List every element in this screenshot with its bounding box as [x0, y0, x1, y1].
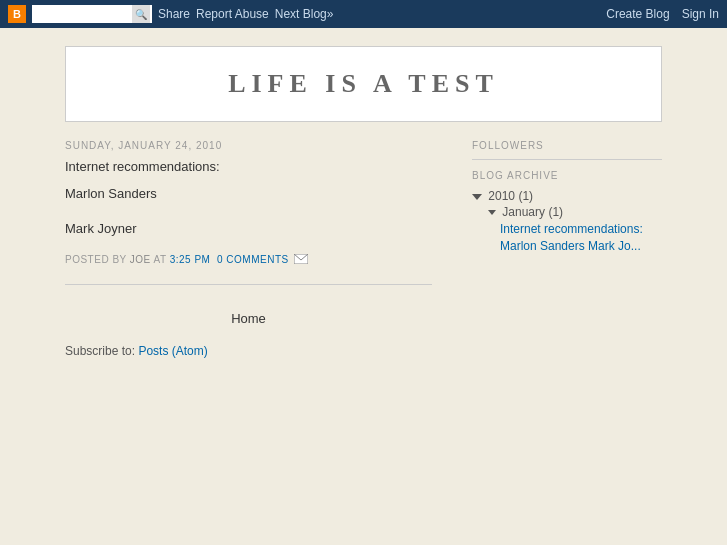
blog-header: LIFE IS A TEST: [65, 46, 662, 122]
post-time-link[interactable]: 3:25 PM: [170, 254, 211, 265]
archive-month-count: (1): [548, 205, 563, 219]
subscribe-section: Subscribe to: Posts (Atom): [65, 344, 432, 358]
next-blog-link[interactable]: Next Blog»: [275, 7, 334, 21]
post-body-line2: Mark Joyner: [65, 219, 432, 240]
home-link[interactable]: Home: [231, 311, 266, 326]
main-layout: Sunday, January 24, 2010 Internet recomm…: [65, 132, 662, 358]
navbar-right: Create Blog Sign In: [606, 7, 719, 21]
report-abuse-link[interactable]: Report Abuse: [196, 7, 269, 21]
triangle-down-sm-icon: [488, 210, 496, 215]
subscribe-prefix: Subscribe to:: [65, 344, 135, 358]
archive-post-link[interactable]: Internet recommendations: Marlon Sanders…: [500, 221, 662, 255]
post-date: Sunday, January 24, 2010: [65, 140, 432, 151]
search-input[interactable]: [32, 5, 132, 23]
share-link[interactable]: Share: [158, 7, 190, 21]
triangle-down-icon: [472, 194, 482, 200]
archive-year-count: (1): [518, 189, 533, 203]
main-content: Sunday, January 24, 2010 Internet recomm…: [65, 132, 462, 358]
comments-link[interactable]: 0 COMMENTS: [217, 254, 289, 265]
divider: [65, 284, 432, 285]
archive-month-january[interactable]: January (1): [488, 205, 662, 219]
sidebar: Followers Blog Archive 2010 (1) January …: [462, 132, 662, 358]
post-body: Marlon Sanders Mark Joyner: [65, 184, 432, 240]
page: LIFE IS A TEST Sunday, January 24, 2010 …: [0, 46, 727, 545]
subscribe-link[interactable]: Posts (Atom): [138, 344, 207, 358]
blog-archive-title: Blog Archive: [472, 159, 662, 181]
navbar-left: B 🔍 Share Report Abuse Next Blog»: [8, 5, 602, 23]
followers-title: Followers: [472, 140, 662, 151]
post-body-line1: Marlon Sanders: [65, 184, 432, 205]
posted-by-label: POSTED BY: [65, 254, 130, 265]
archive-month-label: January: [502, 205, 545, 219]
search-button[interactable]: 🔍: [132, 5, 150, 23]
post-footer: POSTED BY JOE AT 3:25 PM 0 COMMENTS: [65, 254, 432, 266]
blog-title: LIFE IS A TEST: [86, 69, 641, 99]
sign-in-link[interactable]: Sign In: [682, 7, 719, 21]
search-box: 🔍: [32, 5, 152, 23]
create-blog-link[interactable]: Create Blog: [606, 7, 669, 21]
home-link-section: Home: [65, 303, 432, 334]
post-author: JOE: [130, 254, 151, 265]
navbar: B 🔍 Share Report Abuse Next Blog» Create…: [0, 0, 727, 28]
archive-year-label: 2010: [488, 189, 515, 203]
email-icon[interactable]: [294, 254, 308, 266]
blogger-logo[interactable]: B: [8, 5, 26, 23]
archive-year-2010[interactable]: 2010 (1): [472, 189, 662, 203]
post-title: Internet recommendations:: [65, 159, 432, 174]
